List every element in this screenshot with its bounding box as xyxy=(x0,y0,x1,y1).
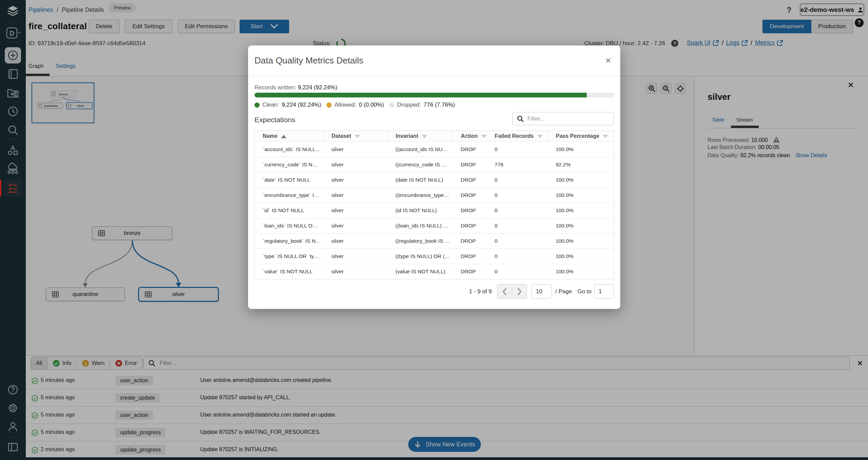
table-row: `id` IS NOT NULLsilver(id IS NOT NULL)DR… xyxy=(255,203,614,218)
table-cell: 100.0% xyxy=(548,172,614,188)
table-cell: ((type IS NULL) OR (ty… xyxy=(388,249,453,264)
modal-header: Data Quality Metrics Details ✕ xyxy=(248,45,620,77)
table-cell: `date` IS NOT NULL xyxy=(255,172,324,188)
sort-icon xyxy=(603,135,608,138)
table-cell: 0 xyxy=(487,264,548,279)
table-cell: `regulatory_book` IS N… xyxy=(255,234,324,249)
table-cell: ((currency_code IS N… xyxy=(388,157,453,172)
table-cell: 100.0% xyxy=(548,249,614,264)
legend-dot-icon xyxy=(389,103,394,108)
table-cell: ((encumbrance_type I… xyxy=(388,188,453,203)
column-header[interactable]: Pass Percentage xyxy=(548,131,614,142)
column-header[interactable]: Name xyxy=(255,131,324,142)
expectations-filter-input[interactable] xyxy=(527,115,609,122)
table-cell: 0 xyxy=(487,142,548,157)
table-cell: `id` IS NOT NULL xyxy=(255,203,324,218)
records-written: Records written: 9,224 (92.24%) xyxy=(254,84,337,91)
expectations-table: NameDatasetInvariantActionFailed Records… xyxy=(254,130,614,279)
table-row: `value` IS NOT NULLsilver(value IS NOT N… xyxy=(255,264,614,279)
table-cell: (value IS NOT NULL) xyxy=(388,264,453,279)
modal-close-icon[interactable]: ✕ xyxy=(605,57,611,65)
table-cell: DROP xyxy=(453,142,487,157)
sort-icon xyxy=(355,135,360,138)
expectations-filter-box xyxy=(512,112,614,125)
column-header[interactable]: Dataset xyxy=(324,131,388,142)
table-cell: 0 xyxy=(487,203,548,218)
table-cell: 100.0% xyxy=(548,203,614,218)
chevron-right-icon xyxy=(517,288,522,296)
table-cell: DROP xyxy=(453,249,487,264)
table-cell: 100.0% xyxy=(548,142,614,157)
table-cell: 0 xyxy=(487,249,548,264)
table-cell: `value` IS NOT NULL xyxy=(255,264,324,279)
table-cell: DROP xyxy=(453,203,487,218)
sort-asc-icon xyxy=(281,135,286,138)
table-cell: (date IS NOT NULL) xyxy=(388,172,453,188)
records-progress-fill xyxy=(254,93,587,97)
table-cell: silver xyxy=(324,249,388,264)
pagination: 1 - 9 of 9 / Page Go to xyxy=(254,284,614,299)
page-size-input[interactable] xyxy=(531,284,552,299)
table-cell: silver xyxy=(324,172,388,188)
table-cell: DROP xyxy=(453,218,487,234)
table-cell: ((account_ids IS NUL… xyxy=(388,142,453,157)
table-cell: silver xyxy=(324,203,388,218)
search-icon xyxy=(517,115,524,123)
table-cell: ((loan_ids IS NULL) O… xyxy=(388,218,453,234)
table-cell: ((regulatory_book IS N… xyxy=(388,234,453,249)
table-header-row: NameDatasetInvariantActionFailed Records… xyxy=(255,131,614,142)
table-cell: 0 xyxy=(487,234,548,249)
table-row: `account_ids` IS NULL…silver((account_id… xyxy=(255,142,614,157)
table-cell: 92.2% xyxy=(548,157,614,172)
table-cell: 0 xyxy=(487,172,548,188)
legend-item: Dropped: 776 (7.76%) xyxy=(389,102,455,108)
table-cell: 100.0% xyxy=(548,218,614,234)
data-quality-modal: Data Quality Metrics Details ✕ Records w… xyxy=(248,45,620,309)
goto-label: Go to xyxy=(577,288,591,295)
table-cell: 100.0% xyxy=(548,234,614,249)
table-cell: `encumbrance_type` I… xyxy=(255,188,324,203)
table-cell: silver xyxy=(324,157,388,172)
table-cell: DROP xyxy=(453,157,487,172)
pagination-next-button[interactable] xyxy=(512,284,527,299)
table-cell: silver xyxy=(324,218,388,234)
table-cell: `currency_code` IS N… xyxy=(255,157,324,172)
pagination-range: 1 - 9 of 9 xyxy=(469,288,492,295)
expectations-heading: Expectations xyxy=(254,116,295,124)
sort-icon xyxy=(537,135,543,138)
table-cell: DROP xyxy=(453,234,487,249)
table-cell: `loan_ids` IS NULL OR… xyxy=(255,218,324,234)
table-cell: 0 xyxy=(487,218,548,234)
table-cell: 0 xyxy=(487,188,548,203)
column-header[interactable]: Invariant xyxy=(388,131,453,142)
table-cell: DROP xyxy=(453,188,487,203)
table-cell: `type` IS NULL OR `ty… xyxy=(255,249,324,264)
legend-dot-icon xyxy=(326,103,332,108)
column-header[interactable]: Action xyxy=(453,131,487,142)
modal-title: Data Quality Metrics Details xyxy=(254,55,363,66)
table-cell: silver xyxy=(324,142,388,157)
table-row: `type` IS NULL OR `ty…silver((type IS NU… xyxy=(255,249,614,264)
table-cell: DROP xyxy=(453,264,487,279)
legend-dot-icon xyxy=(254,103,260,108)
table-cell: silver xyxy=(324,234,388,249)
goto-page-input[interactable] xyxy=(594,284,614,299)
table-cell: DROP xyxy=(453,172,487,188)
table-cell: 100.0% xyxy=(548,264,614,279)
pagination-prev-button[interactable] xyxy=(497,284,512,299)
app-window: D xyxy=(0,0,868,460)
table-row: `loan_ids` IS NULL OR…silver((loan_ids I… xyxy=(255,218,614,234)
sort-icon xyxy=(481,135,487,138)
chevron-left-icon xyxy=(502,288,507,296)
table-cell: `account_ids` IS NULL… xyxy=(255,142,324,157)
table-cell: silver xyxy=(324,188,388,203)
progress-legend: Clean: 9,224 (92.24%)Allowed: 0 (0.00%)D… xyxy=(254,100,455,109)
table-row: `currency_code` IS N…silver((currency_co… xyxy=(255,157,614,172)
table-cell: silver xyxy=(324,264,388,279)
legend-item: Clean: 9,224 (92.24%) xyxy=(254,102,321,108)
legend-item: Allowed: 0 (0.00%) xyxy=(326,102,384,108)
table-row: `encumbrance_type` I…silver((encumbrance… xyxy=(255,188,614,203)
table-row: `regulatory_book` IS N…silver((regulator… xyxy=(255,234,614,249)
column-header[interactable]: Failed Records xyxy=(487,131,548,142)
records-progress-bar xyxy=(254,93,615,97)
